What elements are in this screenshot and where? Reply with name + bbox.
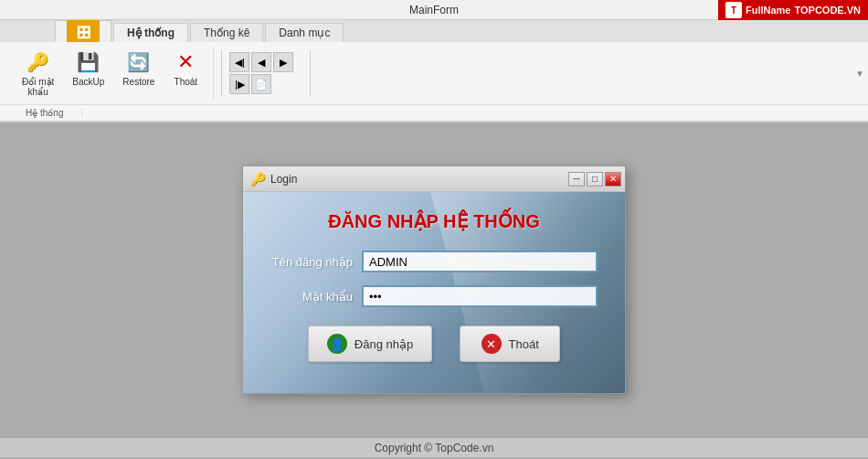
footer-text: Copyright © TopCode.vn (375, 442, 494, 454)
separator-2 (310, 50, 311, 96)
dialog-title-text: Login (270, 173, 297, 186)
app-title: MainForm (409, 4, 459, 16)
dialog-buttons: 👤 Đăng nhập ✕ Thoát (270, 326, 598, 362)
backup-button[interactable]: 💾 BackUp (65, 46, 111, 101)
username-input[interactable] (362, 251, 598, 272)
restore-label: Restore (122, 77, 154, 87)
thoat-label: Thoát (175, 77, 198, 87)
ribbon-tabs: ⊞ Hệ thống Thống kê Danh mục (0, 20, 868, 42)
login-button[interactable]: 👤 Đăng nhập (308, 326, 432, 362)
brand-logo: T (725, 2, 742, 18)
dialog-body: TopCode.vn ĐĂNG NHẬP HỆ THỐNG Tên đăng n… (243, 192, 625, 393)
title-bar: MainForm ─ □ ✕ T FullName TOPCODE.VN (0, 0, 868, 20)
nav-new-button[interactable]: 📄 (251, 74, 271, 94)
ribbon-content: 🔑 Đổi mậtkhẩu 💾 BackUp 🔄 Restore ✕ Thoát (0, 42, 868, 104)
backup-icon: 💾 (76, 49, 101, 75)
ribbon: ⊞ Hệ thống Thống kê Danh mục 🔑 Đổi mậtkh… (0, 20, 868, 123)
nav-group: ◀| ◀ ▶ |▶ 📄 (229, 52, 302, 94)
tab-home[interactable]: ⊞ (55, 20, 111, 42)
password-input[interactable] (362, 285, 598, 307)
nav-first-button[interactable]: ◀| (229, 52, 249, 72)
password-label: Mật khẩu (270, 290, 362, 304)
brand-bar: T FullName TOPCODE.VN (718, 0, 868, 20)
login-button-label: Đăng nhập (355, 337, 413, 351)
username-label: Tên đăng nhập (270, 255, 362, 269)
login-dialog: 🔑 Login ─ □ ✕ TopCode.vn ĐĂNG NHẬP HỆ TH… (242, 165, 626, 394)
thoat-button[interactable]: ✕ Thoát (165, 46, 206, 101)
nav-next-button[interactable]: ▶ (273, 52, 293, 72)
nav-prev-button[interactable]: ◀ (251, 52, 271, 72)
exit-button-label: Thoát (509, 337, 539, 351)
dialog-minimize-button[interactable]: ─ (568, 172, 585, 187)
password-row: Mật khẩu (270, 285, 598, 307)
dialog-titlebar: 🔑 Login ─ □ ✕ (243, 166, 625, 192)
nav-buttons: ◀| ◀ ▶ |▶ 📄 (229, 52, 302, 94)
doi-mat-khau-label: Đổi mậtkhẩu (22, 77, 54, 97)
ribbon-group-labels: Hệ thống (0, 104, 868, 121)
tab-danh-muc[interactable]: Danh mục (265, 23, 344, 42)
ribbon-arrow: ▼ (855, 69, 864, 79)
footer: Copyright © TopCode.vn (0, 437, 868, 457)
dialog-close-button[interactable]: ✕ (605, 172, 621, 187)
tab-he-thong[interactable]: Hệ thống (113, 23, 188, 42)
exit-button-icon: ✕ (482, 334, 502, 354)
ribbon-group-main: 🔑 Đổi mậtkhẩu 💾 BackUp 🔄 Restore ✕ Thoát (7, 46, 214, 101)
login-button-icon: 👤 (327, 334, 347, 354)
dialog-title-icon: 🔑 (250, 172, 265, 187)
doi-mat-khau-icon: 🔑 (26, 49, 51, 75)
dialog-controls: ─ □ ✕ (568, 172, 621, 187)
username-row: Tên đăng nhập (270, 251, 598, 272)
restore-button[interactable]: 🔄 Restore (115, 46, 162, 101)
dialog-overlay: 🔑 Login ─ □ ✕ TopCode.vn ĐĂNG NHẬP HỆ TH… (0, 123, 868, 437)
doi-mat-khau-button[interactable]: 🔑 Đổi mậtkhẩu (15, 46, 61, 101)
backup-label: BackUp (72, 77, 104, 87)
tab-thong-ke[interactable]: Thống kê (190, 23, 263, 42)
exit-button[interactable]: ✕ Thoát (460, 326, 560, 362)
brand-name: TOPCODE.VN (794, 5, 861, 16)
separator-1 (221, 50, 222, 96)
dialog-heading: ĐĂNG NHẬP HỆ THỐNG (270, 210, 598, 232)
restore-icon: 🔄 (126, 49, 152, 75)
dialog-restore-button[interactable]: □ (587, 172, 603, 187)
nav-last-button[interactable]: |▶ (229, 74, 249, 94)
workspace: 🔑 Login ─ □ ✕ TopCode.vn ĐĂNG NHẬP HỆ TH… (0, 123, 868, 437)
group-label-he-thong: Hệ thống (7, 108, 82, 118)
fullname-label: FullName (746, 5, 791, 16)
thoat-icon: ✕ (173, 49, 198, 75)
